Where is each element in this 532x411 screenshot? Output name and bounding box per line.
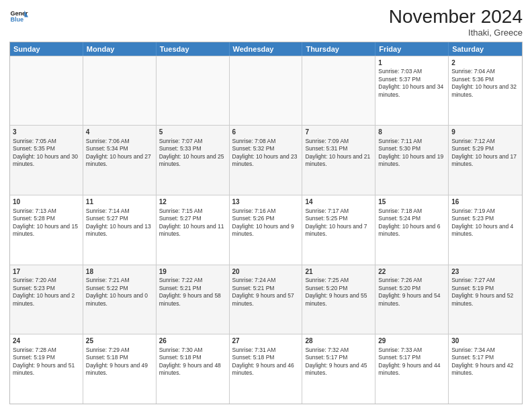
calendar-row-5: 24Sunrise: 7:28 AMSunset: 5:19 PMDayligh… <box>10 334 522 404</box>
day-info: Sunrise: 7:32 AMSunset: 5:17 PMDaylight:… <box>305 347 367 376</box>
day-number: 20 <box>232 267 300 277</box>
calendar-header: SundayMondayTuesdayWednesdayThursdayFrid… <box>10 42 522 56</box>
header-day-monday: Monday <box>83 42 157 56</box>
calendar-cell: 4Sunrise: 7:06 AMSunset: 5:34 PMDaylight… <box>83 126 157 195</box>
day-number: 17 <box>13 267 80 277</box>
calendar-cell: 6Sunrise: 7:08 AMSunset: 5:32 PMDaylight… <box>230 126 303 195</box>
day-info: Sunrise: 7:33 AMSunset: 5:17 PMDaylight:… <box>378 347 440 376</box>
calendar-row-2: 3Sunrise: 7:05 AMSunset: 5:35 PMDaylight… <box>10 125 522 195</box>
day-info: Sunrise: 7:16 AMSunset: 5:26 PMDaylight:… <box>232 208 294 237</box>
calendar-cell: 12Sunrise: 7:15 AMSunset: 5:27 PMDayligh… <box>157 195 230 265</box>
calendar-cell: 30Sunrise: 7:34 AMSunset: 5:17 PMDayligh… <box>449 334 522 404</box>
day-number: 24 <box>13 336 80 346</box>
header-day-tuesday: Tuesday <box>157 42 230 56</box>
day-info: Sunrise: 7:12 AMSunset: 5:29 PMDaylight:… <box>451 138 517 167</box>
day-number: 10 <box>13 197 80 207</box>
calendar-cell: 14Sunrise: 7:17 AMSunset: 5:25 PMDayligh… <box>302 195 375 265</box>
calendar-cell: 17Sunrise: 7:20 AMSunset: 5:23 PMDayligh… <box>10 265 83 334</box>
day-number: 14 <box>305 197 372 207</box>
calendar-cell: 24Sunrise: 7:28 AMSunset: 5:19 PMDayligh… <box>10 334 83 404</box>
calendar-cell <box>83 56 157 126</box>
calendar-cell: 19Sunrise: 7:22 AMSunset: 5:21 PMDayligh… <box>157 265 230 334</box>
calendar-cell: 8Sunrise: 7:11 AMSunset: 5:30 PMDaylight… <box>375 126 449 195</box>
calendar-cell: 10Sunrise: 7:13 AMSunset: 5:28 PMDayligh… <box>10 195 83 265</box>
day-info: Sunrise: 7:26 AMSunset: 5:20 PMDaylight:… <box>378 277 440 306</box>
day-number: 1 <box>378 58 445 68</box>
day-number: 26 <box>159 336 226 346</box>
header-day-saturday: Saturday <box>449 42 522 56</box>
logo-icon: General Blue <box>9 7 28 26</box>
day-number: 8 <box>378 128 445 137</box>
calendar-cell: 2Sunrise: 7:04 AMSunset: 5:36 PMDaylight… <box>449 56 522 126</box>
calendar-cell <box>157 56 230 126</box>
day-info: Sunrise: 7:09 AMSunset: 5:31 PMDaylight:… <box>305 138 370 167</box>
day-info: Sunrise: 7:04 AMSunset: 5:36 PMDaylight:… <box>451 68 517 97</box>
day-info: Sunrise: 7:19 AMSunset: 5:23 PMDaylight:… <box>451 208 513 237</box>
calendar-cell <box>230 56 303 126</box>
calendar-cell: 28Sunrise: 7:32 AMSunset: 5:17 PMDayligh… <box>302 334 375 404</box>
title-block: November 2024 Ithaki, Greece <box>389 7 523 38</box>
day-info: Sunrise: 7:25 AMSunset: 5:20 PMDaylight:… <box>305 277 367 306</box>
calendar: SundayMondayTuesdayWednesdayThursdayFrid… <box>9 42 523 404</box>
calendar-cell: 22Sunrise: 7:26 AMSunset: 5:20 PMDayligh… <box>375 265 449 334</box>
day-info: Sunrise: 7:31 AMSunset: 5:18 PMDaylight:… <box>232 347 294 376</box>
day-number: 19 <box>159 267 226 277</box>
logo: General Blue <box>9 7 28 26</box>
calendar-row-3: 10Sunrise: 7:13 AMSunset: 5:28 PMDayligh… <box>10 195 522 265</box>
day-number: 29 <box>378 336 445 346</box>
calendar-cell: 11Sunrise: 7:14 AMSunset: 5:27 PMDayligh… <box>83 195 157 265</box>
calendar-body: 1Sunrise: 7:03 AMSunset: 5:37 PMDaylight… <box>10 56 522 404</box>
day-info: Sunrise: 7:08 AMSunset: 5:32 PMDaylight:… <box>232 138 298 167</box>
day-info: Sunrise: 7:30 AMSunset: 5:18 PMDaylight:… <box>159 347 221 376</box>
header-day-thursday: Thursday <box>302 42 375 56</box>
svg-text:Blue: Blue <box>10 16 24 23</box>
day-info: Sunrise: 7:06 AMSunset: 5:34 PMDaylight:… <box>86 138 151 167</box>
day-number: 5 <box>159 128 226 137</box>
calendar-cell: 9Sunrise: 7:12 AMSunset: 5:29 PMDaylight… <box>449 126 522 195</box>
calendar-cell: 25Sunrise: 7:29 AMSunset: 5:18 PMDayligh… <box>83 334 157 404</box>
calendar-cell: 20Sunrise: 7:24 AMSunset: 5:21 PMDayligh… <box>230 265 303 334</box>
day-info: Sunrise: 7:20 AMSunset: 5:23 PMDaylight:… <box>13 277 75 306</box>
day-info: Sunrise: 7:24 AMSunset: 5:21 PMDaylight:… <box>232 277 294 306</box>
day-number: 6 <box>232 128 300 137</box>
day-number: 4 <box>86 128 153 137</box>
calendar-cell: 27Sunrise: 7:31 AMSunset: 5:18 PMDayligh… <box>230 334 303 404</box>
day-number: 22 <box>378 267 445 277</box>
day-number: 9 <box>451 128 519 137</box>
day-number: 30 <box>451 336 519 346</box>
calendar-cell <box>10 56 83 126</box>
page: General Blue November 2024 Ithaki, Greec… <box>0 0 532 411</box>
calendar-cell: 21Sunrise: 7:25 AMSunset: 5:20 PMDayligh… <box>302 265 375 334</box>
day-info: Sunrise: 7:17 AMSunset: 5:25 PMDaylight:… <box>305 208 367 237</box>
calendar-row-1: 1Sunrise: 7:03 AMSunset: 5:37 PMDaylight… <box>10 56 522 126</box>
day-info: Sunrise: 7:14 AMSunset: 5:27 PMDaylight:… <box>86 208 151 237</box>
calendar-cell: 3Sunrise: 7:05 AMSunset: 5:35 PMDaylight… <box>10 126 83 195</box>
location: Ithaki, Greece <box>389 28 523 38</box>
day-number: 7 <box>305 128 372 137</box>
calendar-cell: 26Sunrise: 7:30 AMSunset: 5:18 PMDayligh… <box>157 334 230 404</box>
day-number: 15 <box>378 197 445 207</box>
day-info: Sunrise: 7:22 AMSunset: 5:21 PMDaylight:… <box>159 277 221 306</box>
day-number: 18 <box>86 267 153 277</box>
day-info: Sunrise: 7:34 AMSunset: 5:17 PMDaylight:… <box>451 347 513 376</box>
day-number: 21 <box>305 267 372 277</box>
calendar-cell: 29Sunrise: 7:33 AMSunset: 5:17 PMDayligh… <box>375 334 449 404</box>
calendar-cell <box>302 56 375 126</box>
calendar-cell: 5Sunrise: 7:07 AMSunset: 5:33 PMDaylight… <box>157 126 230 195</box>
day-info: Sunrise: 7:18 AMSunset: 5:24 PMDaylight:… <box>378 208 440 237</box>
day-info: Sunrise: 7:28 AMSunset: 5:19 PMDaylight:… <box>13 347 75 376</box>
day-info: Sunrise: 7:15 AMSunset: 5:27 PMDaylight:… <box>159 208 224 237</box>
month-title: November 2024 <box>389 7 523 28</box>
calendar-cell: 18Sunrise: 7:21 AMSunset: 5:22 PMDayligh… <box>83 265 157 334</box>
day-info: Sunrise: 7:03 AMSunset: 5:37 PMDaylight:… <box>378 68 443 97</box>
day-number: 28 <box>305 336 372 346</box>
day-number: 11 <box>86 197 153 207</box>
calendar-cell: 7Sunrise: 7:09 AMSunset: 5:31 PMDaylight… <box>302 126 375 195</box>
day-number: 3 <box>13 128 80 137</box>
day-info: Sunrise: 7:07 AMSunset: 5:33 PMDaylight:… <box>159 138 224 167</box>
day-info: Sunrise: 7:11 AMSunset: 5:30 PMDaylight:… <box>378 138 443 167</box>
day-number: 27 <box>232 336 300 346</box>
day-info: Sunrise: 7:29 AMSunset: 5:18 PMDaylight:… <box>86 347 148 376</box>
day-info: Sunrise: 7:13 AMSunset: 5:28 PMDaylight:… <box>13 208 78 237</box>
calendar-cell: 15Sunrise: 7:18 AMSunset: 5:24 PMDayligh… <box>375 195 449 265</box>
